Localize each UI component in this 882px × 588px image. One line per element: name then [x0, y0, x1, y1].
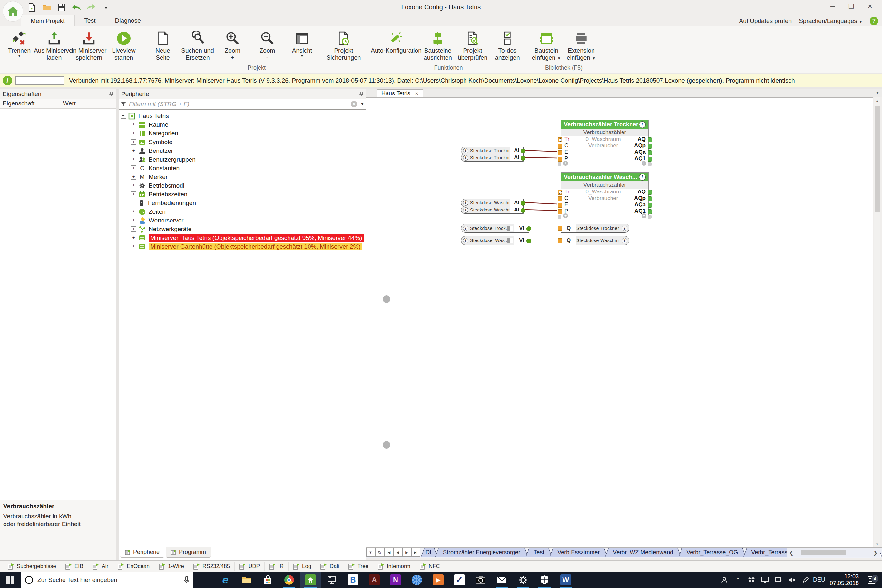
ansicht-button[interactable]: Ansicht ▼	[285, 28, 320, 57]
pen-icon[interactable]	[800, 577, 812, 583]
tab-peripherie[interactable]: Peripherie	[120, 547, 164, 558]
tree-item-fernbedienungen[interactable]: Fernbedienungen	[118, 199, 366, 207]
scroll-up-icon[interactable]: ▲	[874, 98, 880, 104]
output-connector[interactable]	[648, 196, 652, 201]
column-header-wert[interactable]: Wert	[60, 99, 116, 108]
start-button[interactable]	[0, 572, 21, 588]
horizontal-scrollbar[interactable]: ❮ ❯	[787, 548, 880, 557]
add-output-icon[interactable]: +	[642, 161, 646, 166]
status-log[interactable]: Log	[288, 562, 316, 571]
status-dali[interactable]: Dali	[316, 562, 344, 571]
tab-mein-projekt[interactable]: Mein Projekt	[21, 15, 75, 26]
output-connector[interactable]	[648, 144, 652, 148]
quickbar-more-icon[interactable]	[101, 3, 111, 12]
add-output-icon[interactable]: +	[642, 213, 646, 218]
open-folder-icon[interactable]	[42, 3, 52, 12]
output-connector[interactable]	[648, 150, 652, 155]
camera-app[interactable]	[470, 572, 491, 588]
presentation-app[interactable]	[321, 572, 342, 588]
virtual-input-pill-steckdose-trockner[interactable]: i Steckdose Trock... VI	[461, 224, 530, 233]
expand-icon[interactable]: +	[131, 218, 136, 223]
status-udp[interactable]: UDP	[235, 562, 265, 571]
input-connector[interactable]	[558, 226, 562, 231]
minimize-button[interactable]: ─	[824, 0, 842, 13]
baustein-einfuegen-button[interactable]: Baustein einfügen ▼	[529, 28, 564, 61]
colorful-b-app[interactable]: B	[342, 572, 364, 588]
input-connector[interactable]	[558, 203, 562, 208]
collapse-icon[interactable]: −	[121, 113, 126, 118]
tree-item-benutzer[interactable]: + Benutzer	[118, 146, 366, 155]
microsoft-store-app[interactable]	[257, 572, 279, 588]
defender-app[interactable]	[534, 572, 555, 588]
word-app[interactable]: W	[555, 572, 576, 588]
tree-item-wetterserver[interactable]: + Wetterserver	[118, 216, 366, 225]
dropbox-icon[interactable]	[746, 577, 758, 583]
function-block-verbrauchszaehler-trockner[interactable]: Verbrauchszähler Trockneri Verbrauchszäh…	[561, 120, 649, 166]
add-input-icon[interactable]: +	[563, 161, 568, 166]
checkmark-app[interactable]: ✓	[449, 572, 470, 588]
sheet-menu-icon[interactable]: ▼	[366, 548, 375, 557]
tree-item-miniserver-haus-tetris[interactable]: + Miniserver Haus Tetris (Objektspeicher…	[118, 233, 366, 242]
info-input[interactable]	[15, 76, 64, 85]
redo-icon[interactable]	[86, 3, 96, 12]
connector-dot[interactable]	[520, 208, 525, 213]
input-pill-steckdose-trockner[interactable]: i Steckdose Trockner ... AI	[461, 147, 524, 154]
input-connector[interactable]	[558, 209, 562, 214]
sheet-tab-test[interactable]: Test	[526, 548, 552, 557]
undo-icon[interactable]	[72, 3, 81, 12]
sheet-tab-verb-esszimmer[interactable]: Verb.Esszimmer	[550, 548, 608, 557]
volume-muted-icon[interactable]	[786, 577, 798, 583]
media-player-app[interactable]: ▶	[428, 572, 449, 588]
tab-diagnose[interactable]: Diagnose	[105, 15, 150, 26]
input-connector[interactable]	[558, 238, 562, 243]
projekt-ueberpruefen-button[interactable]: Projekt überprüfen	[455, 28, 490, 61]
display-device-icon[interactable]	[772, 576, 784, 584]
output-pill-steckdose-waschmaschine[interactable]: Q Steckdose Waschm ... i	[561, 236, 629, 245]
add-input-icon[interactable]: +	[563, 213, 568, 218]
bausteine-ausrichten-button[interactable]: Bausteine ausrichten	[420, 28, 455, 61]
tree-item-netzwerkgeraete[interactable]: + Netzwerkgeräte	[118, 225, 366, 233]
function-block-verbrauchszaehler-wasch[interactable]: Verbrauchszähler Wasch...i Verbrauchszäh…	[561, 172, 649, 219]
projekt-sicherungen-button[interactable]: Projekt Sicherungen	[320, 28, 368, 61]
expand-icon[interactable]: +	[131, 183, 136, 188]
loxone-config-app[interactable]	[300, 572, 321, 588]
sheet-tab-verbr-wz-medienwand[interactable]: Verbr. WZ Medienwand	[605, 548, 681, 557]
auto-konfiguration-button[interactable]: Auto-Konfiguration	[372, 28, 420, 54]
expand-icon[interactable]: +	[131, 148, 136, 153]
expand-icon[interactable]: +	[131, 122, 136, 128]
tree-item-merker[interactable]: + M Merker	[118, 172, 366, 181]
input-connector[interactable]	[558, 196, 562, 201]
connector-dot[interactable]	[526, 226, 531, 231]
expand-icon[interactable]: +	[131, 226, 136, 232]
remote-monitor-icon[interactable]	[759, 576, 771, 584]
new-file-icon[interactable]	[27, 3, 37, 12]
info-icon[interactable]: i	[639, 121, 646, 128]
connector-dot[interactable]	[520, 201, 525, 206]
task-view-button[interactable]	[194, 572, 215, 588]
expand-icon[interactable]: +	[131, 244, 136, 249]
scroll-left-icon[interactable]: ❮	[787, 550, 796, 556]
connector-dot[interactable]	[526, 238, 531, 243]
tree-item-raeume[interactable]: + Räume	[118, 120, 366, 129]
input-connector[interactable]	[558, 144, 562, 148]
help-icon[interactable]: ?	[870, 17, 878, 25]
expand-icon[interactable]: +	[131, 209, 136, 214]
scroll-right-icon[interactable]: ❯	[871, 550, 880, 556]
extension-einfuegen-button[interactable]: Extension einfügen ▼	[564, 28, 598, 61]
sheet-tab-verbr-terrasse-og[interactable]: Verbr_Terrasse_OG	[679, 548, 746, 557]
expand-icon[interactable]: +	[131, 130, 136, 136]
status-ir[interactable]: IR	[265, 562, 288, 571]
input-connector[interactable]	[558, 150, 562, 155]
zoom-in-button[interactable]: Zoom +	[215, 28, 250, 61]
panel-splitter[interactable]	[116, 89, 118, 560]
maximize-button[interactable]: ❐	[842, 0, 861, 13]
sheet-tab-stromzaehler[interactable]: Stromzähler Energieversorger	[435, 548, 528, 557]
tree-filter[interactable]: Filtern mit (STRG + F) ✕ ▼	[118, 99, 366, 110]
output-connector[interactable]	[648, 209, 652, 214]
blue-swirl-app[interactable]	[406, 572, 428, 588]
info-icon[interactable]: i	[463, 238, 468, 243]
info-icon[interactable]: i	[639, 174, 646, 180]
liveview-starten-button[interactable]: Liveview starten	[106, 28, 141, 61]
tree-item-miniserver-gartenhuette[interactable]: + Miniserver Gartenhütte (Objektspeicher…	[118, 242, 366, 251]
onenote-app[interactable]: N	[385, 572, 406, 588]
